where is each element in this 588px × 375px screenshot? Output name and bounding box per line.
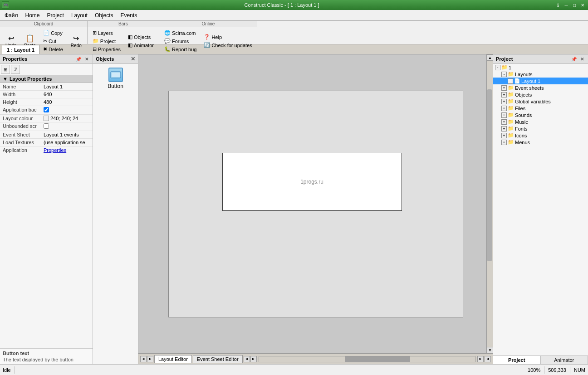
canvas-watermark: 1progs.ru <box>300 179 323 185</box>
close-project-btn[interactable]: ✕ <box>579 56 585 62</box>
tab-right-btn2[interactable]: ► <box>250 356 257 362</box>
tree-item-menus[interactable]: + 📁 Menus <box>493 139 588 146</box>
check-updates-button[interactable]: 🔄 Check for updates <box>201 41 254 49</box>
tree-item-icons[interactable]: + 📁 Icons <box>493 132 588 139</box>
report-bug-button[interactable]: 🐛 Report bug <box>162 45 199 53</box>
prop-label-unbounded: Unbounded scr <box>3 123 44 130</box>
object-button-item[interactable]: Button <box>93 64 138 93</box>
layers-button[interactable]: ⊞ Layers <box>90 29 123 37</box>
expand-sounds[interactable]: + <box>501 112 507 118</box>
unbounded-checkbox[interactable] <box>44 123 49 129</box>
expand-fonts[interactable]: + <box>501 126 507 131</box>
expand-globalvars[interactable]: + <box>501 99 507 104</box>
layout-tab[interactable]: 1 : Layout 1 <box>2 45 39 54</box>
expand-music[interactable]: + <box>501 119 507 125</box>
coords-display: 509,333 <box>548 367 566 373</box>
properties-bar-button[interactable]: ⊟ Properties <box>90 45 123 53</box>
forums-label: Forums <box>172 39 189 44</box>
tree-item-fonts[interactable]: + 📁 Fonts <box>493 125 588 132</box>
animator-bar-button[interactable]: ◧ Animator <box>126 41 156 49</box>
scroll-down-btn[interactable]: ▼ <box>487 347 493 353</box>
hscroll-thumb <box>345 356 410 362</box>
prop-toolbar: ⊞ ℤ <box>0 64 93 75</box>
scroll-up-btn[interactable]: ▲ <box>487 54 493 61</box>
minimize-btn[interactable]: ─ <box>563 1 570 9</box>
canvas-scroll[interactable]: 1progs.ru <box>138 54 493 353</box>
prop-alpha-btn[interactable]: ℤ <box>11 65 20 74</box>
tab-collapse-btn[interactable]: ◄ <box>485 356 491 362</box>
redo-button[interactable]: ↪ Redo <box>67 33 85 49</box>
copy-icon: 📄 <box>43 30 49 36</box>
expand-files[interactable]: + <box>501 106 507 111</box>
prop-row-appbac: Application bac <box>0 106 93 115</box>
objects-tree-icon: 📁 <box>508 92 514 97</box>
bars-buttons: ⊞ Layers 📁 Project ⊟ Properties ◧ Object… <box>88 27 159 55</box>
close-properties-btn[interactable]: ✕ <box>83 56 90 62</box>
tree-item-layouts[interactable]: - 📁 Layouts <box>493 71 588 78</box>
expand-icons[interactable]: + <box>501 133 507 138</box>
tab-expand-btn[interactable]: ► <box>477 356 484 362</box>
horizontal-scrollbar[interactable] <box>259 356 475 362</box>
online-buttons: 🌐 Scirra.com 💬 Forums 🐛 Report bug ❓ Hel… <box>159 27 257 55</box>
expand-menus[interactable]: + <box>501 140 507 145</box>
objects-tree-label: Objects <box>515 92 532 97</box>
tab-left-btn[interactable]: ◄ <box>140 356 147 362</box>
expand-eventsheets[interactable]: + <box>501 85 507 91</box>
menu-project[interactable]: Project <box>44 10 68 20</box>
expand-root[interactable]: - <box>495 65 500 70</box>
close-btn[interactable]: ✕ <box>579 1 586 9</box>
pin-project-icon[interactable]: 📌 <box>571 56 577 62</box>
copy-button[interactable]: 📄 Copy <box>41 29 65 37</box>
tab-right-btn[interactable]: ► <box>147 356 153 362</box>
menu-objects[interactable]: Objects <box>91 10 117 20</box>
help-button[interactable]: ❓ Help <box>201 33 254 41</box>
close-objects-btn[interactable]: ✕ <box>131 56 135 62</box>
menu-home[interactable]: Home <box>22 10 44 20</box>
menu-file[interactable]: Файл <box>1 10 22 20</box>
tree-item-objects[interactable]: + 📁 Objects <box>493 91 588 98</box>
expand-layout1[interactable]: + <box>508 78 513 84</box>
tree-item-sounds[interactable]: + 📁 Sounds <box>493 112 588 118</box>
tree-item-layout1[interactable]: + 📄 Layout 1 <box>493 78 588 84</box>
tree-item-files[interactable]: + 📁 Files <box>493 105 588 112</box>
expand-objects-tree[interactable]: + <box>501 92 507 97</box>
vertical-scrollbar[interactable]: ▲ ▼ <box>486 54 493 353</box>
project-bar-button[interactable]: 📁 Project <box>90 37 123 45</box>
cut-button[interactable]: ✂ Cut <box>41 37 65 45</box>
prop-sort-btn[interactable]: ⊞ <box>1 65 10 74</box>
objects-bar-button[interactable]: ◧ Objects <box>126 33 156 41</box>
animator-icon: ◧ <box>128 42 132 48</box>
prop-value-width: 640 <box>44 92 90 97</box>
proj-bottom-tabs: Project Animator <box>493 356 588 364</box>
pin-icon[interactable]: 📌 <box>75 56 82 62</box>
tab-left-btn2[interactable]: ◄ <box>244 356 250 362</box>
prop-value-appbac <box>44 107 90 113</box>
forums-button[interactable]: 💬 Forums <box>162 37 199 45</box>
colour-text: 240; 240; 24 <box>50 116 78 121</box>
restore-btn[interactable]: □ <box>571 1 578 9</box>
tree-item-eventsheets[interactable]: + 📁 Event sheets <box>493 84 588 91</box>
update-icon: 🔄 <box>204 42 210 48</box>
root-label: 1 <box>509 65 511 70</box>
menu-layout[interactable]: Layout <box>68 10 91 20</box>
tree-item-root[interactable]: - 📁 1 <box>493 64 588 71</box>
layout-editor-tab[interactable]: Layout Editor <box>154 355 192 363</box>
delete-button[interactable]: ✖ Delete <box>41 45 65 53</box>
project-tree: - 📁 1 - 📁 Layouts + 📄 Layout 1 <box>493 64 588 356</box>
prop-value-application[interactable]: Properties <box>44 147 90 153</box>
tree-item-music[interactable]: + 📁 Music <box>493 118 588 125</box>
colour-box[interactable] <box>44 116 49 121</box>
expand-layouts[interactable]: - <box>501 72 507 77</box>
tree-item-globalvars[interactable]: + 📁 Global variables <box>493 98 588 105</box>
redo-icon: ↪ <box>73 34 79 43</box>
clipboard-col: 📄 Copy ✂ Cut ✖ Delete <box>40 28 66 54</box>
appbac-checkbox[interactable] <box>44 107 49 112</box>
menu-events[interactable]: Events <box>117 10 141 20</box>
project-tab-btn[interactable]: Project <box>493 356 541 364</box>
scirra-button[interactable]: 🌐 Scirra.com <box>162 29 199 37</box>
animator-tab-btn[interactable]: Animator <box>541 356 588 364</box>
prop-label-appbac: Application bac <box>3 107 44 113</box>
prop-row-unbounded: Unbounded scr <box>0 122 93 131</box>
event-sheet-tab[interactable]: Event Sheet Editor <box>193 355 243 363</box>
info-btn[interactable]: ℹ <box>554 1 562 9</box>
